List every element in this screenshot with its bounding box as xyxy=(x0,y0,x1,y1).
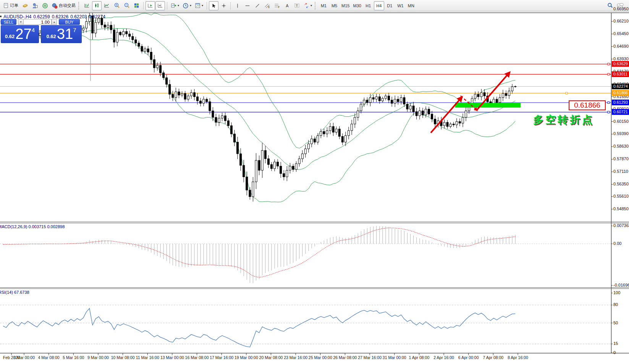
sell-button[interactable]: SELL xyxy=(1,19,16,25)
crosshair-icon xyxy=(221,3,226,8)
line-chart-icon xyxy=(104,3,110,8)
chart-canvas xyxy=(0,11,629,364)
buy-price-big: 31 xyxy=(57,27,73,41)
vertical-line-tool-button[interactable] xyxy=(233,1,242,10)
trendline-tool-button[interactable] xyxy=(252,1,262,10)
price-annotation-box[interactable]: 0.61866 xyxy=(569,100,606,110)
hline-anchor[interactable] xyxy=(566,92,568,94)
trendline-icon xyxy=(255,3,260,8)
fibonacci-tool-button[interactable]: F xyxy=(272,1,282,10)
tile-windows-button[interactable] xyxy=(132,1,141,10)
price-badge-0.63629: 0.63629 xyxy=(612,61,629,67)
rsi-axis-tick: 50 xyxy=(613,321,618,325)
indicators-caret-icon: ▾ xyxy=(178,4,179,7)
hline-anchor[interactable] xyxy=(608,111,610,113)
hline-anchor[interactable] xyxy=(608,73,610,75)
buy-price-button[interactable]: 0.62317 xyxy=(41,25,82,43)
equidistant-channel-icon: E xyxy=(264,3,270,8)
symbol-period: AUDUSD-,H4 xyxy=(3,14,31,19)
market-watch-button[interactable] xyxy=(20,1,30,10)
volume-input[interactable]: 1.00 xyxy=(23,19,52,25)
indicators-icon xyxy=(171,3,176,8)
templates-button[interactable]: ▾ xyxy=(193,1,205,10)
arrows-caret-icon: ▾ xyxy=(310,4,312,7)
templates-caret-icon: ▾ xyxy=(202,4,203,7)
timeframe-h4-button[interactable]: H4 xyxy=(374,1,384,10)
buy-price-prefix: 0.62 xyxy=(47,34,56,39)
auto-scroll-button[interactable] xyxy=(146,1,155,10)
chart-area[interactable]: AUDUSD-,H40.622590.623260.622030.62274 S… xyxy=(0,11,629,364)
timeframe-w1-button[interactable]: W1 xyxy=(395,1,406,10)
signals-button[interactable] xyxy=(40,1,50,10)
price-axis-tick: 0.63930 xyxy=(613,56,629,61)
line-chart-button[interactable] xyxy=(102,1,112,10)
timeframe-m30-button[interactable]: M30 xyxy=(351,1,362,10)
horizontal-line-tool-button[interactable] xyxy=(243,1,252,10)
autotrading-button[interactable]: 自动交易 xyxy=(50,1,77,10)
buy-button[interactable]: BUY xyxy=(59,19,80,25)
toolbar-grip[interactable] xyxy=(78,2,80,10)
new-order-label: 订单 xyxy=(10,3,18,8)
timeframe-h1-button[interactable]: H1 xyxy=(363,1,374,10)
tile-windows-icon xyxy=(134,3,139,8)
crosshair-button[interactable] xyxy=(219,1,228,10)
arrows-tool-button[interactable]: ▾ xyxy=(302,1,314,10)
autotrading-icon xyxy=(52,3,58,9)
time-axis-label: 3 Mar 00:00 xyxy=(13,355,35,360)
price-axis-tick: 0.66950 xyxy=(613,6,629,11)
profile-button[interactable] xyxy=(30,1,40,10)
macd-histogram xyxy=(3,226,515,283)
zoom-out-button[interactable] xyxy=(122,1,131,10)
timeframe-m15-button[interactable]: M15 xyxy=(340,1,351,10)
svg-text:T: T xyxy=(296,4,298,8)
turning-point-annotation[interactable]: 多空转折点 xyxy=(533,113,594,127)
cursor-button[interactable] xyxy=(209,1,218,10)
timeframe-m1-button[interactable]: M1 xyxy=(319,1,329,10)
macd-axis-tick: -0.01696 xyxy=(613,283,629,287)
sell-price-button[interactable]: 0.62274 xyxy=(1,25,39,43)
bar-chart-button[interactable] xyxy=(82,1,92,10)
price-badge-0.61293: 0.61293 xyxy=(612,100,629,105)
chart-shift-button[interactable] xyxy=(155,1,165,10)
price-axis-tick: 0.64690 xyxy=(613,44,629,48)
candlestick-chart-button[interactable] xyxy=(92,1,102,10)
ohlc-close: 0.62274 xyxy=(89,14,105,19)
volume-decrease-button[interactable]: ▼ xyxy=(18,19,23,25)
time-axis-label: 11 Mar 16:00 xyxy=(136,355,159,360)
hline-anchor[interactable] xyxy=(608,102,610,104)
timeframe-mn-button[interactable]: MN xyxy=(406,1,416,10)
zoom-in-button[interactable] xyxy=(112,1,121,10)
toolbar-grip[interactable] xyxy=(315,2,317,10)
toolbar-separator xyxy=(143,2,144,10)
new-order-button[interactable]: 订单 xyxy=(2,1,20,10)
cursor-icon xyxy=(211,3,217,8)
toolbar: 订单 自动交易 xyxy=(0,0,629,11)
price-axis-tick: 0.59390 xyxy=(613,131,629,136)
price-axis-tick: 0.60150 xyxy=(613,119,629,124)
timeframe-m5-button[interactable]: M5 xyxy=(329,1,340,10)
volume-increase-button[interactable]: ▲ xyxy=(52,19,57,25)
price-axis-tick: 0.58630 xyxy=(613,144,629,148)
time-axis-label: 5 Mar 16:00 xyxy=(63,355,84,360)
hline-anchor[interactable] xyxy=(608,63,610,65)
highlight-zone[interactable] xyxy=(455,103,521,108)
indicators-button[interactable]: ▾ xyxy=(169,1,181,10)
equidistant-channel-tool-button[interactable]: E xyxy=(262,1,272,10)
toolbar-separator xyxy=(207,2,207,10)
price-axis-tick: 0.56350 xyxy=(613,182,629,186)
candlestick-chart-icon xyxy=(94,3,100,8)
timeframe-d1-button[interactable]: D1 xyxy=(385,1,395,10)
toolbar-separator xyxy=(167,2,167,10)
horizontal-line-icon xyxy=(245,3,250,8)
price-axis-tick: 0.57110 xyxy=(613,169,628,174)
periods-button[interactable]: ▾ xyxy=(181,1,193,10)
price-badge-0.60721: 0.60721 xyxy=(612,109,629,115)
text-tool-button[interactable]: A xyxy=(282,1,292,10)
text-label-icon: T xyxy=(294,3,300,8)
autotrading-label: 自动交易 xyxy=(59,3,76,8)
auto-scroll-icon xyxy=(147,3,153,8)
new-order-icon xyxy=(3,3,9,8)
text-label-tool-button[interactable]: T xyxy=(292,1,302,10)
vertical-line-icon xyxy=(235,3,240,8)
arrows-icon xyxy=(304,3,309,8)
